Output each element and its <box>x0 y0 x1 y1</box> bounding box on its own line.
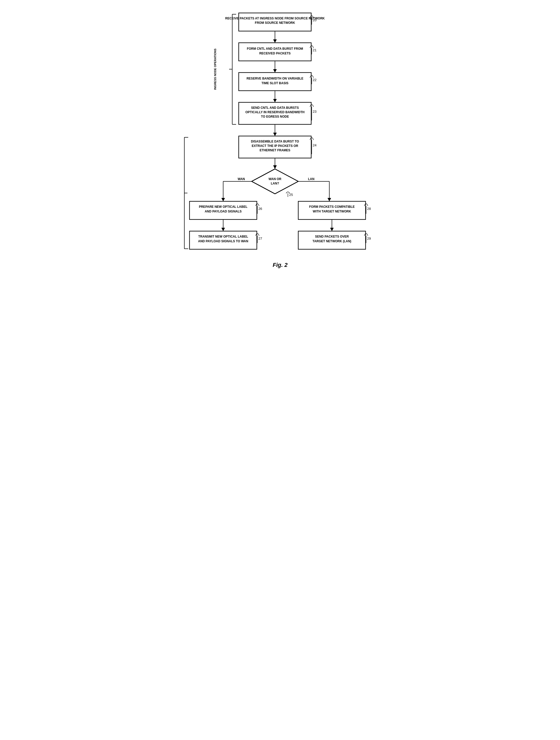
svg-marker-43 <box>328 198 331 201</box>
svg-text:TRANSMIT NEW OPTICAL LABEL: TRANSMIT NEW OPTICAL LABEL <box>198 235 248 239</box>
svg-text:SEND PACKETS OVER: SEND PACKETS OVER <box>315 235 349 239</box>
svg-text:FORM PACKETS COMPATIBLE: FORM PACKETS COMPATIBLE <box>309 205 355 208</box>
svg-text:RESERVE BANDWIDTH ON VARIABLE: RESERVE BANDWIDTH ON VARIABLE <box>246 77 304 80</box>
diagram-container: RECEIVE PACKETS AT INGRESS NODE FROM SOU… <box>182 10 378 276</box>
step27-num: 27 <box>258 237 262 241</box>
svg-text:TO EGRESS NODE: TO EGRESS NODE <box>261 115 289 118</box>
step20-num: 20 <box>313 18 316 22</box>
svg-marker-55 <box>330 228 334 231</box>
svg-text:OPTICALLY IN RESERVED BANDWIDT: OPTICALLY IN RESERVED BANDWIDTH <box>245 110 304 114</box>
svg-marker-9 <box>273 69 277 73</box>
svg-text:RECEIVED PACKETS: RECEIVED PACKETS <box>259 52 291 55</box>
step28-num: 28 <box>367 207 371 211</box>
wan-label: WAN <box>238 177 245 181</box>
svg-marker-26 <box>273 133 277 136</box>
svg-marker-3 <box>273 39 277 43</box>
svg-text:TIME SLOT BASIS: TIME SLOT BASIS <box>261 81 288 85</box>
svg-text:WITH TARGET NETWORK: WITH TARGET NETWORK <box>313 210 351 213</box>
svg-marker-15 <box>273 99 277 102</box>
svg-text:SEND CNTL AND DATA BURSTS: SEND CNTL AND DATA BURSTS <box>251 106 299 110</box>
step22-num: 22 <box>313 78 316 82</box>
step20-text2: FROM SOURCE NETWORK <box>255 21 295 25</box>
svg-text:EXTRACT THE IP PACKETS OR: EXTRACT THE IP PACKETS OR <box>252 144 298 148</box>
svg-text:FORM CNTL AND DATA BURST FROM: FORM CNTL AND DATA BURST FROM <box>247 47 303 51</box>
svg-text:AND PAYLOAD SIGNALS: AND PAYLOAD SIGNALS <box>205 210 242 213</box>
figure-caption: Fig. 2 <box>272 262 288 268</box>
svg-marker-40 <box>221 198 225 201</box>
svg-text:TARGET NETWORK (LAN): TARGET NETWORK (LAN) <box>313 240 351 243</box>
step26-num: 26 <box>258 207 262 211</box>
svg-text:DISASSEMBLE DATA BURST TO: DISASSEMBLE DATA BURST TO <box>251 140 299 143</box>
step25-num: 25 <box>289 193 293 197</box>
svg-text:WAN OR: WAN OR <box>268 177 282 181</box>
svg-text:AND PAYLOAD SIGNALS TO WAN: AND PAYLOAD SIGNALS TO WAN <box>198 240 248 243</box>
step23-num: 23 <box>313 110 316 113</box>
svg-marker-53 <box>221 228 225 231</box>
step24-num: 24 <box>313 143 316 147</box>
flowchart-svg: RECEIVE PACKETS AT INGRESS NODE FROM SOU… <box>182 10 378 275</box>
lan-label: LAN <box>308 177 314 181</box>
svg-text:LAN?: LAN? <box>271 182 279 185</box>
step21-num: 21 <box>313 48 316 52</box>
step29-num: 29 <box>367 237 371 241</box>
step20-text: RECEIVE PACKETS AT INGRESS NODE FROM SOU… <box>225 17 325 20</box>
svg-text:PREPARE NEW OPTICAL LABEL: PREPARE NEW OPTICAL LABEL <box>199 205 247 208</box>
svg-text:ETHERNET FRAMES: ETHERNET FRAMES <box>259 149 290 152</box>
ingress-label: INGRESS NODE OPERATIONS <box>214 49 217 90</box>
svg-marker-34 <box>252 169 298 194</box>
svg-marker-33 <box>273 165 277 169</box>
